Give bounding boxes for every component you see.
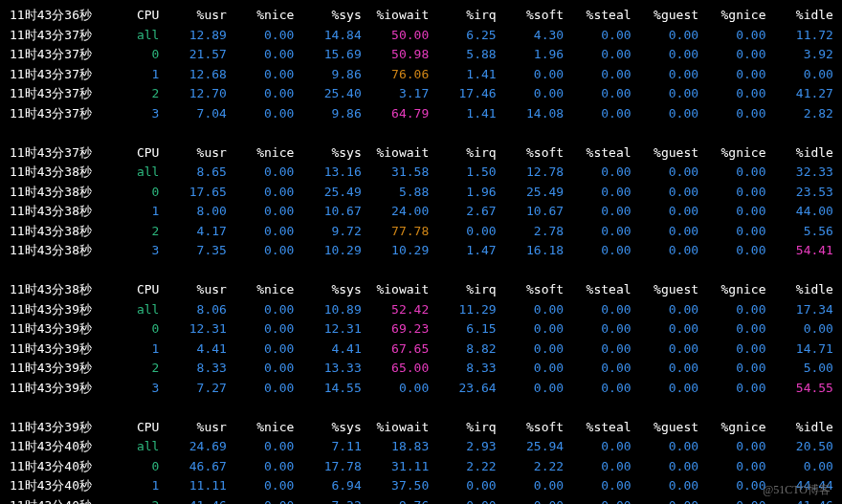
val-sys: 25.40 xyxy=(294,86,361,100)
cpu-id: 0 xyxy=(114,185,159,199)
val-guest: 0.00 xyxy=(632,361,698,375)
val-irq: 0.00 xyxy=(429,498,496,505)
val-sys: 10.67 xyxy=(294,204,361,218)
val-sys: 12.31 xyxy=(294,321,361,336)
val-sys: 17.78 xyxy=(294,459,361,473)
col-idle: %idle xyxy=(766,145,833,160)
blank-line xyxy=(10,398,832,418)
val-usr: 12.70 xyxy=(159,86,226,100)
val-idle: 5.00 xyxy=(766,361,833,375)
data-row: 11时43分38秒 3 7.35 0.00 10.29 10.29 1.47 1… xyxy=(10,241,832,261)
data-row: 11时43分40秒 0 46.67 0.00 17.78 31.11 2.22 … xyxy=(10,457,832,477)
val-iowait: 64.79 xyxy=(362,106,429,121)
col-irq: %irq xyxy=(429,282,496,296)
val-soft: 10.67 xyxy=(497,204,564,218)
val-nice: 0.00 xyxy=(227,381,294,395)
val-gnice: 0.00 xyxy=(698,204,765,218)
val-soft: 1.96 xyxy=(497,47,564,61)
header-row: 11时43分36秒 CPU %usr %nice %sys %iowait %i… xyxy=(10,6,832,26)
val-soft: 4.30 xyxy=(497,28,564,42)
val-irq: 0.00 xyxy=(429,224,496,238)
val-nice: 0.00 xyxy=(227,321,294,336)
col-irq: %irq xyxy=(429,420,496,434)
data-row: 11时43分37秒 0 21.57 0.00 15.69 50.98 5.88 … xyxy=(10,45,832,65)
col-usr: %usr xyxy=(159,145,226,160)
val-irq: 8.33 xyxy=(429,361,496,375)
data-row: 11时43分37秒 3 7.04 0.00 9.86 64.79 1.41 14… xyxy=(10,104,832,124)
val-steal: 0.00 xyxy=(564,498,631,505)
blank-line xyxy=(10,123,832,143)
val-sys: 13.16 xyxy=(294,164,361,179)
val-soft: 0.00 xyxy=(497,341,564,356)
val-guest: 0.00 xyxy=(632,439,698,453)
data-row: 11时43分40秒 2 41.46 0.00 7.32 9.76 0.00 0.… xyxy=(10,496,832,505)
val-gnice: 0.00 xyxy=(698,243,765,257)
cpu-id: 1 xyxy=(114,67,159,81)
timestamp: 11时43分39秒 xyxy=(10,381,114,395)
col-irq: %irq xyxy=(429,145,496,160)
data-row: 11时43分38秒 1 8.00 0.00 10.67 24.00 2.67 1… xyxy=(10,202,832,222)
cpu-id: 0 xyxy=(114,321,159,336)
timestamp: 11时43分37秒 xyxy=(10,106,114,121)
val-guest: 0.00 xyxy=(632,321,698,336)
col-nice: %nice xyxy=(227,8,294,22)
val-nice: 0.00 xyxy=(227,106,294,121)
val-idle: 20.50 xyxy=(766,439,833,453)
val-gnice: 0.00 xyxy=(698,67,765,81)
val-usr: 8.00 xyxy=(159,204,226,218)
col-guest: %guest xyxy=(632,420,698,434)
blank-line xyxy=(10,261,832,281)
val-usr: 4.41 xyxy=(159,341,226,356)
col-cpu: CPU xyxy=(114,145,159,160)
col-steal: %steal xyxy=(564,282,631,296)
timestamp: 11时43分38秒 xyxy=(10,164,114,179)
val-nice: 0.00 xyxy=(227,243,294,257)
val-guest: 0.00 xyxy=(632,302,698,317)
val-usr: 21.57 xyxy=(159,47,226,61)
val-soft: 25.94 xyxy=(497,439,564,453)
val-guest: 0.00 xyxy=(632,459,698,473)
val-idle: 41.46 xyxy=(766,498,833,505)
col-gnice: %gnice xyxy=(698,282,765,296)
col-steal: %steal xyxy=(564,8,631,22)
val-iowait: 65.00 xyxy=(362,361,429,375)
val-steal: 0.00 xyxy=(564,459,631,473)
val-usr: 12.31 xyxy=(159,321,226,336)
val-nice: 0.00 xyxy=(227,185,294,199)
val-idle: 0.00 xyxy=(766,67,833,81)
col-iowait: %iowait xyxy=(362,145,429,160)
val-guest: 0.00 xyxy=(632,28,698,42)
val-steal: 0.00 xyxy=(564,164,631,179)
val-steal: 0.00 xyxy=(564,361,631,375)
timestamp: 11时43分37秒 xyxy=(10,67,114,81)
val-gnice: 0.00 xyxy=(698,86,765,100)
val-gnice: 0.00 xyxy=(698,185,765,199)
col-guest: %guest xyxy=(632,282,698,296)
timestamp: 11时43分37秒 xyxy=(10,86,114,100)
val-soft: 0.00 xyxy=(497,381,564,395)
col-iowait: %iowait xyxy=(362,8,429,22)
col-nice: %nice xyxy=(227,420,294,434)
val-nice: 0.00 xyxy=(227,302,294,317)
val-steal: 0.00 xyxy=(564,439,631,453)
header-row: 11时43分39秒 CPU %usr %nice %sys %iowait %i… xyxy=(10,418,832,438)
val-gnice: 0.00 xyxy=(698,224,765,238)
val-iowait: 24.00 xyxy=(362,204,429,218)
val-nice: 0.00 xyxy=(227,478,294,493)
val-gnice: 0.00 xyxy=(698,28,765,42)
val-iowait: 31.58 xyxy=(362,164,429,179)
data-row: 11时43分39秒 2 8.33 0.00 13.33 65.00 8.33 0… xyxy=(10,359,832,379)
timestamp: 11时43分37秒 xyxy=(10,28,114,42)
val-irq: 6.15 xyxy=(429,321,496,336)
val-steal: 0.00 xyxy=(564,321,631,336)
timestamp: 11时43分38秒 xyxy=(10,204,114,218)
val-soft: 0.00 xyxy=(497,361,564,375)
val-guest: 0.00 xyxy=(632,204,698,218)
val-usr: 17.65 xyxy=(159,185,226,199)
col-usr: %usr xyxy=(159,420,226,434)
val-irq: 1.50 xyxy=(429,164,496,179)
val-guest: 0.00 xyxy=(632,164,698,179)
val-soft: 2.78 xyxy=(497,224,564,238)
timestamp: 11时43分39秒 xyxy=(10,321,114,336)
col-steal: %steal xyxy=(564,145,631,160)
